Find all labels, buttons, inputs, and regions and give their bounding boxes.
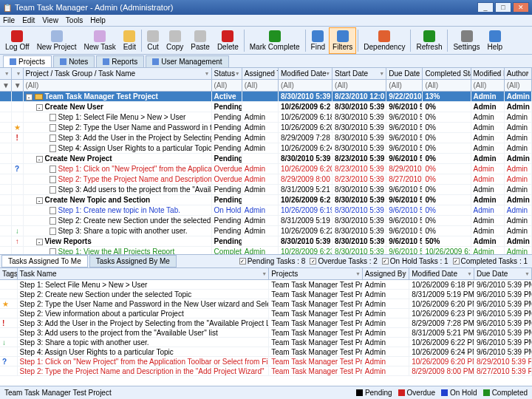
grid-row[interactable]: ↑-View ReportsPending8/30/2010 5:398/30/… [0,236,532,247]
toolbar-new-task[interactable]: New Task [81,27,120,54]
copy-icon [169,30,181,42]
cell: 8/30/2010 5:39 PM [332,247,386,255]
bottom-row[interactable]: ★Step 2: Type the User Name and Password… [0,299,532,309]
tab-tasks-assigned-to-me[interactable]: Tasks Assigned To Me [1,255,88,267]
paste-icon [194,30,206,42]
col-filter[interactable]: (All) [279,80,332,91]
tab-projects[interactable]: Projects [3,55,52,67]
grid-row[interactable]: ?Step 1: Click on "New Project" from the… [0,164,532,174]
toolbar-dependency[interactable]: Dependency [360,27,409,54]
bottom-row[interactable]: Step 3: Add users to the project from th… [0,328,532,338]
menu-edit[interactable]: Edit [22,16,35,24]
grid-row[interactable]: ★Step 2: Type the User Name and Password… [0,123,532,133]
col-filter[interactable]: (All) [423,80,471,91]
cell [0,143,12,154]
bottom-col-header[interactable]: Due Date [474,268,532,279]
grid-row[interactable]: -Create New UserPending10/26/2009 6:28/3… [0,102,532,112]
col-header[interactable]: Author [505,68,532,79]
col-header[interactable]: Assigned To [242,68,279,79]
stat-item: ✓ Pending Tasks : 8 [239,257,306,265]
grid-row[interactable]: -Team Task Manager Test ProjectActive8/3… [0,92,532,102]
menu-file[interactable]: File [3,16,15,24]
toolbar-filters[interactable]: Filters [329,27,356,54]
cell [0,290,18,299]
bottom-row[interactable]: Step 2: Create new Section under the sel… [0,290,532,299]
grid-row[interactable]: Step 1: View the All Projects ReportComp… [0,247,532,254]
maximize-button[interactable]: □ [495,2,511,13]
toolbar-cut[interactable]: Cut [143,27,163,54]
tab-user-management[interactable]: User Management [146,55,228,67]
col-header[interactable]: Status [212,68,242,79]
toolbar-new-project[interactable]: New Project [33,27,81,54]
col-filter[interactable]: (All) [242,80,279,91]
col-filter[interactable]: (All) [386,80,423,91]
cell: Team Task Manager Test Proj... [269,299,363,309]
toolbar-delete[interactable]: Delete [214,27,242,54]
col-filter[interactable]: ▼ [0,80,12,91]
minimize-button[interactable]: _ [477,2,494,13]
col-filter[interactable]: ▼ [12,80,24,91]
tab-tasks-assigned-by-me[interactable]: Tasks Assigned By Me [89,255,177,267]
grid-body[interactable]: -Team Task Manager Test ProjectActive8/3… [0,92,532,254]
grid-row[interactable]: -Create New Topic and SectionPending10/2… [0,195,532,205]
cell: 0% [423,174,471,185]
grid-row[interactable]: -Create New ProjectPending8/30/2010 5:39… [0,154,532,164]
col-header[interactable]: Due Date [386,68,423,79]
grid-row[interactable]: ↓Step 3: Share a topic with another user… [0,226,532,236]
grid-row[interactable]: !Step 3: Add the User in the Project by … [0,133,532,143]
grid-row[interactable]: Step 2: Create new Section under the sel… [0,216,532,226]
grid-row[interactable]: Step 4: Assign User Rights to a particul… [0,143,532,154]
tab-notes[interactable]: Notes [53,55,95,67]
bottom-col-header[interactable]: Tags [0,268,18,279]
toolbar-settings[interactable]: Settings [449,27,483,54]
cell: Step 2: View information about a particu… [18,309,270,318]
bottom-row[interactable]: Step 2: Type the Project Name and Descri… [0,366,532,376]
cell: Admin [471,164,505,174]
grid-row[interactable]: Step 1: Create new topic in Note Tab.On … [0,205,532,216]
menu-tools[interactable]: Tools [66,16,83,24]
cell: Completed [212,247,242,255]
menu-view[interactable]: View [42,16,58,24]
bottom-col-header[interactable]: Modified Date [409,268,474,279]
col-header[interactable]: Completed Status [423,68,471,79]
grid-row[interactable]: Step 2: Type the Project Name and Descri… [0,174,532,185]
col-filter[interactable]: (All) [24,80,212,91]
cell: Team Task Manager Test Proj... [269,280,363,290]
col-header[interactable] [12,68,24,79]
bottom-row[interactable]: Step 1: Select File Menu > New > UserTea… [0,280,532,290]
close-button[interactable]: ✕ [513,2,529,13]
toolbar-copy[interactable]: Copy [163,27,187,54]
col-filter[interactable]: (All) [471,80,505,91]
bottom-col-header[interactable]: Projects [269,268,363,279]
toolbar-log-off[interactable]: Log Off [1,27,33,54]
toolbar-help[interactable]: Help [484,27,507,54]
col-header[interactable]: Modified Date [279,68,332,79]
col-header[interactable] [0,68,12,79]
toolbar-paste[interactable]: Paste [187,27,214,54]
toolbar-edit[interactable]: Edit [120,27,140,54]
bottom-row[interactable]: !Step 3: Add the User in the Project by … [0,318,532,328]
tab-reports[interactable]: Reports [96,55,144,67]
grid-row[interactable]: Step 1: Select File Menu > New > UserPen… [0,112,532,123]
cell: Step 2: Type the Project Name and Descri… [18,366,270,376]
bottom-row[interactable]: Step 4: Assign User Rights to a particul… [0,347,532,357]
col-header[interactable]: Start Date [332,68,386,79]
bottom-row[interactable]: ↓Step 3: Share a topic with another user… [0,338,532,347]
menu-help[interactable]: Help [90,16,106,24]
toolbar-refresh[interactable]: Refresh [412,27,446,54]
bottom-row[interactable]: Step 2: View information about a particu… [0,309,532,318]
col-filter[interactable]: (All) [332,80,386,91]
bottom-col-header[interactable]: Assigned By [363,268,409,279]
bottom-body[interactable]: Step 1: Select File Menu > New > UserTea… [0,280,532,386]
grid-row[interactable]: Step 3: Add users to the project from th… [0,185,532,195]
col-header[interactable]: Modified By [471,68,505,79]
bottom-row[interactable]: ?Step 1: Click on "New Project" from the… [0,357,532,366]
bottom-col-header[interactable]: Task Name [18,268,270,279]
cell: 8/23/2010 12:0 [332,92,386,102]
col-header[interactable]: Project / Task Group / Task Name [24,68,212,79]
toolbar-find[interactable]: Find [307,27,329,54]
cell: Admin [242,112,279,123]
toolbar-mark-complete[interactable]: Mark Complete [246,27,304,54]
col-filter[interactable]: (All) [212,80,242,91]
col-filter[interactable]: (All) [505,80,532,91]
